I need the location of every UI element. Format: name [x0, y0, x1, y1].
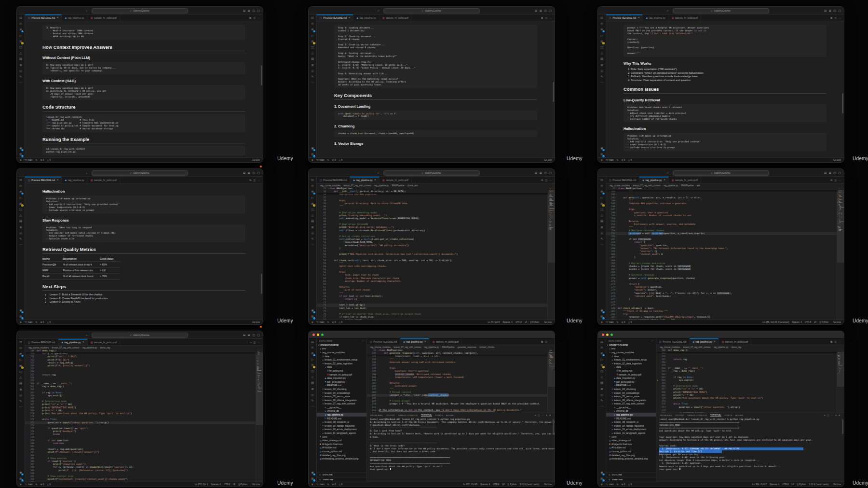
editor-action-icon-2[interactable]: ⋯ [839, 179, 841, 181]
tab-close-icon[interactable]: ✕ [57, 16, 59, 19]
layout-control-icon-2[interactable]: ◫ [544, 171, 547, 174]
run-debug-icon[interactable]: ▷ [601, 34, 603, 38]
settings-gear-icon[interactable]: ⚙1 [600, 477, 603, 481]
tree-item-data[interactable]: ▾data [317, 354, 366, 358]
search-icon[interactable]: ⊙ [600, 22, 603, 26]
tree-item-readme-md[interactable]: ⓘREADME.md [606, 417, 656, 420]
editor-action-icon-1[interactable]: ◫ [545, 340, 547, 343]
sync-icon[interactable]: ↻ [617, 159, 619, 161]
layout-control-icon-0[interactable]: ⊟ [535, 171, 537, 174]
settings-gear-icon[interactable]: ⚙1 [19, 315, 22, 319]
tree-item-chroma-db[interactable]: ▸chroma_db [317, 409, 366, 413]
sync-icon[interactable]: ↻ [327, 159, 329, 161]
run-debug-icon[interactable]: ▷ [20, 196, 22, 200]
broadcast-icon[interactable]: ◌Go Live [542, 159, 552, 161]
editor-action-icon-0[interactable]: ⇆ [830, 16, 832, 19]
tree-item-lesson-06-ollama-integration[interactable]: ▸lesson_06_ollama_integration [606, 398, 656, 402]
azure-icon[interactable]: ◎ [600, 231, 603, 235]
status-lf[interactable]: LF [233, 483, 235, 486]
layout-control-icon-3[interactable]: ▢ [549, 9, 552, 12]
warnings-icon[interactable]: △6 [47, 159, 51, 161]
editor-action-icon-2[interactable]: ⋯ [258, 341, 260, 344]
tree-root-row[interactable]: ▾UDEMYCOURSE [317, 343, 366, 347]
docker-icon[interactable]: ◫ [19, 370, 22, 374]
extensions-icon[interactable]: ⊞1 [311, 363, 313, 367]
breadcrumb-item[interactable]: RAGPipeline [681, 184, 694, 187]
editor-action-icon-0[interactable]: ⇆ [249, 16, 251, 19]
status-utf-8[interactable]: UTF-8 [515, 321, 522, 323]
errors-icon[interactable]: ⊗0 [332, 483, 336, 486]
layout-control-icon-1[interactable]: ⊞ [829, 171, 831, 174]
tree-item-readme-md[interactable]: ⓘREADME.md [317, 417, 366, 420]
preview-scrollbar[interactable] [261, 274, 262, 294]
search-icon[interactable]: ⊙ [19, 346, 22, 350]
docker-icon[interactable]: ◫ [19, 45, 22, 49]
breadcrumb-item[interactable]: rag_pipeline.py [424, 346, 439, 349]
status-lf[interactable]: LF [502, 483, 504, 486]
status-lf[interactable]: LF [791, 483, 794, 486]
azure-icon[interactable]: ◎ [311, 69, 314, 73]
tab-sample-hr-policy-pdf[interactable]: ▥sample_hr_policy.pdf [88, 339, 120, 345]
more-views-icon[interactable]: ⋯ [311, 243, 314, 247]
status--python[interactable]: {} Python [530, 321, 539, 323]
database-icon[interactable]: ≣ [19, 225, 22, 229]
panel-action-icon-4[interactable]: ✕ [549, 414, 551, 417]
database-icon[interactable]: ≣ [19, 388, 22, 391]
extensions-icon[interactable]: ⊞1 [600, 363, 603, 367]
breadcrumb-item[interactable]: lesson_07_rag_with_context [633, 184, 660, 187]
layout-control-icon-0[interactable]: ⊟ [824, 171, 827, 174]
explorer-icon[interactable]: ⊡ [311, 178, 313, 182]
testing-icon[interactable]: △ [312, 213, 314, 217]
terminal-scrollbar[interactable] [842, 419, 843, 434]
status-utf-8[interactable]: UTF-8 [224, 483, 230, 486]
tree-item-embedding-process-detailed-png[interactable]: ▦embedding_process_detailed.png [606, 457, 656, 460]
editor-action-icon-0[interactable]: ⇆ [830, 179, 832, 181]
tree-item-rag-pipeline-py[interactable]: ◆rag_pipeline.py [606, 413, 656, 417]
markdown-preview[interactable]: prompt = f"""You are a helpful HR assist… [606, 21, 844, 157]
tab-rag-pipeline-py[interactable]: ◆rag_pipeline.py✕ [350, 177, 380, 183]
extensions-icon[interactable]: ⊞1 [19, 364, 22, 368]
layout-control-icon-2[interactable]: ◫ [252, 171, 255, 174]
remote-icon[interactable]: ≶ [312, 321, 313, 323]
search-icon[interactable]: ⊙ [311, 346, 313, 349]
docker-icon[interactable]: ◫ [311, 45, 314, 49]
explorer-more-icon[interactable]: ⋯ [651, 340, 653, 342]
errors-icon[interactable]: ⊗0 [621, 483, 625, 486]
status-utf-8[interactable]: UTF-8 [782, 483, 788, 486]
editor-action-icon-1[interactable]: ◫ [834, 16, 837, 19]
tree-item-data-ingestion-py[interactable]: ◆data_ingestion.py [606, 376, 656, 380]
tree-item-lesson-09-fastapi-backend[interactable]: ▸lesson_09_fastapi_backend [317, 424, 366, 428]
minimap[interactable] [256, 349, 263, 482]
editor-action-icon-1[interactable]: ◫ [253, 341, 256, 344]
account-icon[interactable]: ◉1 [600, 471, 603, 474]
sync-icon[interactable]: ↻ [327, 321, 329, 323]
status-ln-364-col-17[interactable]: Ln 364, Col 17 [752, 483, 767, 486]
tree-item-data[interactable]: ▾data [606, 365, 656, 369]
status-lf[interactable]: LF [525, 321, 527, 323]
layout-control-icon-1[interactable]: ⊞ [248, 333, 250, 336]
tree-item-lesson-03-chunking[interactable]: ▸lesson_03_chunking [606, 387, 656, 391]
broadcast-icon[interactable]: ◌Go Live [831, 483, 841, 486]
traffic-light-minimize[interactable] [317, 334, 319, 336]
panel-action-icon-0[interactable]: + [535, 414, 536, 417]
breadcrumb-item[interactable]: rag_course_modules [320, 184, 340, 187]
nav-back-icon[interactable]: ← [666, 9, 670, 12]
layout-control-icon-0[interactable]: ⊟ [243, 9, 245, 12]
tree-item-lesson-02-data-ingestion[interactable]: ▾lesson_02_data_ingestion [317, 362, 366, 365]
panel-action-icon-1[interactable]: ▢ [538, 414, 540, 417]
broadcast-icon[interactable]: ◌Go Live [542, 483, 552, 486]
breadcrumb-item[interactable]: rag_course_modules [28, 347, 49, 349]
layout-control-icon-0[interactable]: ⊟ [243, 171, 245, 174]
markdown-preview[interactable]: Step 1: Loading document...Loaded 1 docu… [317, 21, 555, 157]
source-control-icon[interactable]: ⊕1 [600, 28, 603, 31]
tree-item-env[interactable]: ▸env [317, 347, 366, 351]
azure-icon[interactable]: ◎ [600, 393, 603, 397]
testing-icon[interactable]: △ [20, 51, 22, 55]
tab-rag-pipeline-py[interactable]: ◆rag_pipeline.py [643, 14, 668, 21]
panel-action-icon-0[interactable]: + [824, 414, 826, 417]
docker-icon[interactable]: ◫ [600, 208, 603, 211]
command-center-search[interactable]: ⌕UdemyCourse [383, 170, 480, 176]
tree-item-lesson-08-streamlit-ui[interactable]: ▸lesson_08_streamlit_ui [606, 420, 656, 424]
layout-control-icon-1[interactable]: ⊞ [829, 9, 831, 12]
editor-action-icon-2[interactable]: ⋯ [549, 16, 552, 19]
